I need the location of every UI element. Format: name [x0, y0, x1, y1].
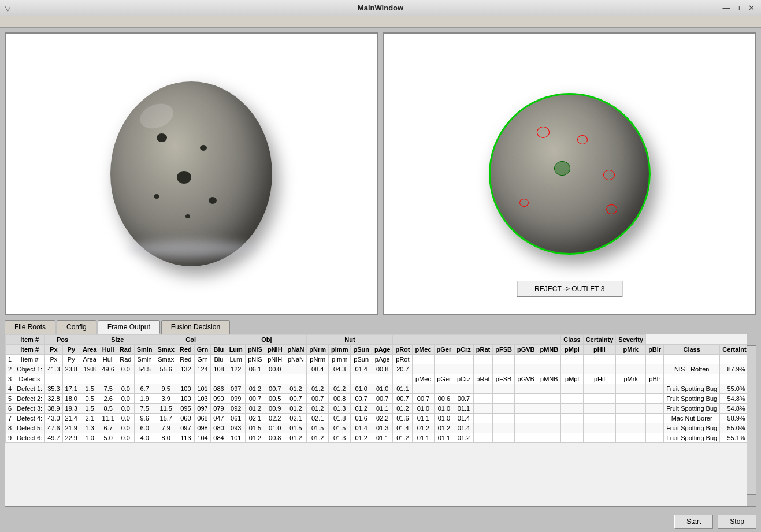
table-row: 7 Defect 4: 43.0 21.4 2.1 11.1 0.0 9.6 1…	[6, 414, 747, 423]
th-pgvb: pGVB	[514, 345, 537, 355]
tabs-bar: File Roots Config Frame Output Fusion De…	[5, 319, 756, 334]
th-area: Area	[80, 345, 99, 355]
col-num	[6, 335, 14, 345]
window-title: MainWindow	[358, 3, 403, 12]
th-pfsb: pFSB	[493, 345, 515, 355]
fruit-left-image	[110, 81, 272, 266]
th-pmrk: pMrk	[616, 345, 646, 355]
th-phil: pHil	[583, 345, 616, 355]
tab-fusion-decision[interactable]: Fusion Decision	[161, 320, 230, 334]
minimize-button[interactable]: —	[721, 3, 732, 12]
data-table-container[interactable]: Item # Pos Size Col Obj Nut Class Certai…	[5, 334, 747, 506]
fruit-right-container: REJECT -> OUTLET 3	[384, 34, 756, 314]
col-col: Col	[155, 335, 227, 345]
tab-config[interactable]: Config	[57, 320, 96, 334]
table-row: 4 Defect 1: 35.3 17.1 1.5 7.5 0.0 6.7 9.…	[6, 384, 747, 394]
th-smax: Smax	[155, 345, 177, 355]
th-class: Class	[664, 345, 720, 355]
th-py: Py	[62, 345, 80, 355]
col-pos: Pos	[45, 335, 80, 345]
th-pblr: pBlr	[646, 345, 664, 355]
th-prat: pRat	[473, 345, 492, 355]
th-page: pAge	[372, 345, 393, 355]
stop-button[interactable]: Stop	[718, 515, 756, 529]
table-row: 6 Defect 3: 38.9 19.3 1.5 8.5 0.0 7.5 11…	[6, 404, 747, 414]
tab-file-roots[interactable]: File Roots	[5, 320, 55, 334]
scrollbar[interactable]	[747, 334, 756, 506]
th-grn: Grn	[194, 345, 211, 355]
th-pmnb: pMNB	[537, 345, 561, 355]
table-header-row2: Item # Px Py Area Hull Rad Smin Smax Red…	[6, 345, 747, 355]
maximize-button[interactable]: +	[735, 3, 743, 12]
title-bar: ▽ MainWindow — + ✕	[0, 0, 761, 16]
table-row: 8 Defect 5: 47.6 21.9 1.3 6.7 0.0 6.0 7.…	[6, 423, 747, 433]
main-content: REJECT -> OUTLET 3 File Roots Config Fra…	[0, 28, 761, 511]
reject-button[interactable]: REJECT -> OUTLET 3	[517, 281, 622, 297]
close-button[interactable]: ✕	[747, 3, 756, 12]
fruit-right-image	[489, 93, 651, 255]
th-red: Red	[177, 345, 194, 355]
table-row: 1 Item # Px Py Area Hull Rad Smin Smax R…	[6, 355, 747, 364]
th-psun: pSun	[351, 345, 372, 355]
menu-item[interactable]	[2, 21, 12, 23]
th-certainty: Certainty	[720, 345, 747, 355]
th-hull: Hull	[99, 345, 117, 355]
th-pmec: pMec	[413, 345, 434, 355]
col-class: Class	[561, 335, 583, 345]
table-body: 1 Item # Px Py Area Hull Rad Smin Smax R…	[6, 355, 747, 443]
tabs-section: File Roots Config Frame Output Fusion De…	[5, 319, 756, 507]
th-num	[6, 345, 14, 355]
start-button[interactable]: Start	[674, 515, 713, 529]
table-row: 2 Object 1: 41.3 23.8 19.8 49.6 0.0 54.5…	[6, 364, 747, 374]
left-image-panel	[5, 32, 378, 315]
cell-num: 1	[6, 355, 14, 364]
cell-label: Item #	[14, 355, 45, 364]
th-prot: pRot	[393, 345, 413, 355]
tab-frame-output[interactable]: Frame Output	[98, 320, 160, 334]
th-pcrz: pCrz	[454, 345, 473, 355]
th-lum: Lum	[227, 345, 245, 355]
data-table: Item # Pos Size Col Obj Nut Class Certai…	[5, 334, 747, 443]
menu-bar	[0, 16, 761, 28]
col-blank	[393, 335, 561, 345]
th-pnrm: pNrm	[307, 345, 329, 355]
table-row: 9 Defect 6: 49.7 22.9 1.0 5.0 0.0 4.0 8.…	[6, 433, 747, 443]
table-row: 3 Defects	[6, 374, 747, 384]
col-size: Size	[80, 335, 155, 345]
bottom-bar: Start Stop	[0, 511, 761, 532]
table-row: 5 Defect 2: 32.8 18.0 0.5 2.6 0.0 1.9 3.…	[6, 394, 747, 404]
right-image-panel: REJECT -> OUTLET 3	[383, 32, 757, 315]
th-blu: Blu	[211, 345, 227, 355]
th-pimm: pImm	[329, 345, 351, 355]
th-smin: Smin	[134, 345, 155, 355]
th-item: Item #	[14, 345, 45, 355]
th-pnan: pNaN	[285, 345, 307, 355]
th-pnih: pNIH	[265, 345, 285, 355]
col-severity: Severity	[616, 335, 646, 345]
window-controls[interactable]: — + ✕	[721, 3, 756, 12]
th-pger: pGer	[434, 345, 454, 355]
col-item: Item #	[14, 335, 45, 345]
image-panels: REJECT -> OUTLET 3	[5, 32, 756, 315]
window-icon: ▽	[5, 3, 11, 13]
tab-content: Item # Pos Size Col Obj Nut Class Certai…	[5, 334, 756, 507]
col-certainty: Certainty	[583, 335, 616, 345]
th-pnis: pNIS	[245, 345, 265, 355]
th-px: Px	[45, 345, 62, 355]
table-header-row1: Item # Pos Size Col Obj Nut Class Certai…	[6, 335, 747, 345]
th-pmpl: pMpl	[561, 345, 583, 355]
th-rad: Rad	[117, 345, 134, 355]
col-obj: Obj	[227, 335, 307, 345]
col-nut: Nut	[307, 335, 393, 345]
